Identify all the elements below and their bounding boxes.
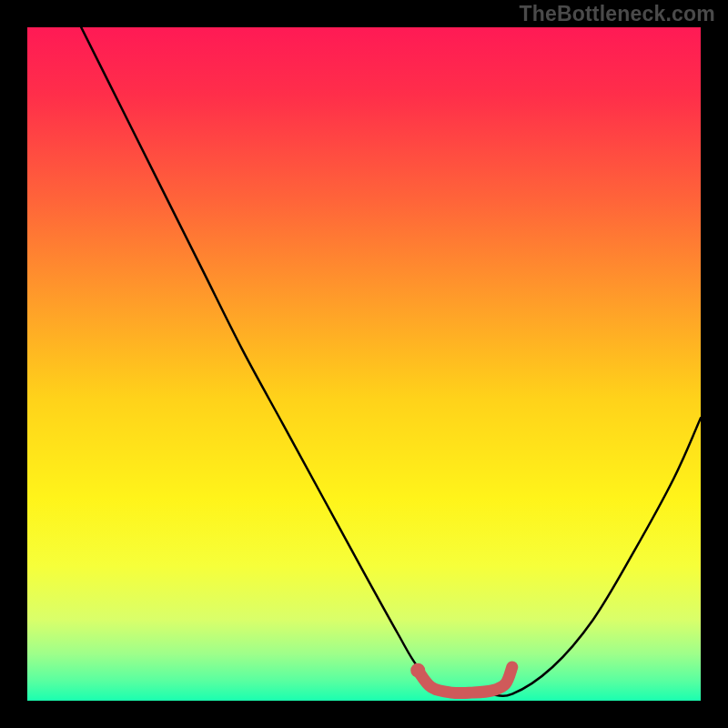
gradient-background: [27, 27, 701, 701]
chart-frame: TheBottleneck.com: [0, 0, 728, 728]
chart-plot-area: [27, 27, 701, 701]
optimal-point-dot: [410, 663, 425, 678]
chart-svg: [27, 27, 701, 701]
watermark-text: TheBottleneck.com: [519, 2, 715, 26]
